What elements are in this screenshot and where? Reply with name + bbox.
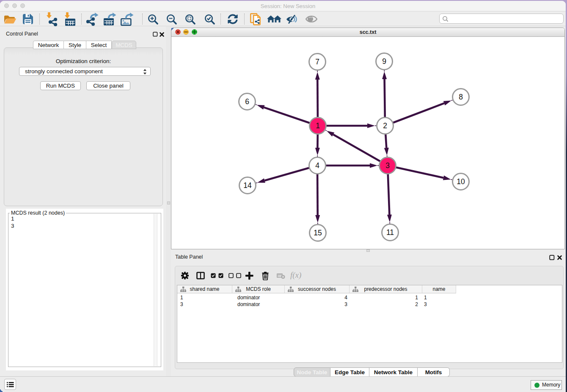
svg-text:8: 8 [459,93,463,101]
svg-text:6: 6 [245,97,249,106]
svg-text:2: 2 [383,121,387,130]
svg-text:15: 15 [314,229,322,237]
svg-text:9: 9 [382,57,386,66]
svg-text:11: 11 [386,228,394,237]
svg-text:7: 7 [315,58,319,66]
svg-text:14: 14 [243,181,252,190]
svg-text:3: 3 [385,161,390,170]
svg-text:f(x): f(x) [290,271,301,280]
svg-text:1: 1 [316,121,320,130]
svg-text:10: 10 [457,177,465,186]
svg-text:4: 4 [315,161,319,170]
